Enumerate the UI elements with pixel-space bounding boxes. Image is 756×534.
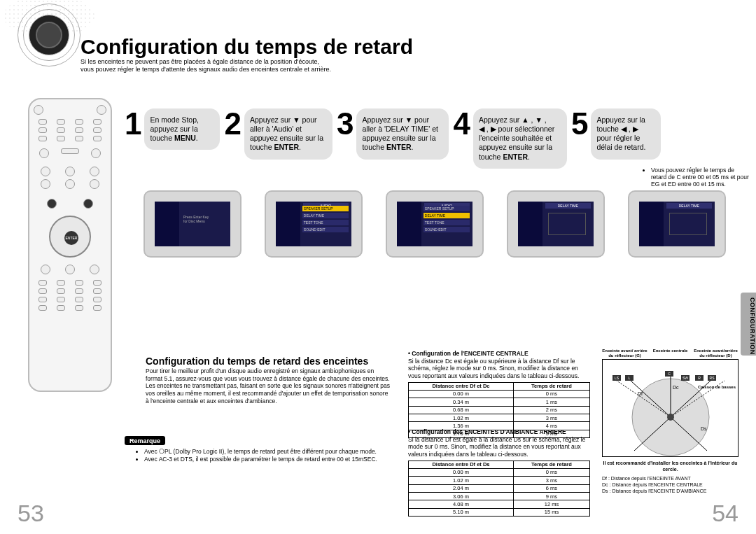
speaker-r-icon: R: [695, 375, 704, 381]
remote-control-illustration: ENTER: [28, 98, 112, 392]
surround-config: • Configuration des ENCEINTES D'AMBIANCE…: [408, 428, 590, 517]
diagram-legend: Df : Distance depuis l'ENCEINTE AVANT Dc…: [602, 475, 738, 494]
step-1-number: 1: [125, 108, 141, 139]
step-2: 2 Appuyez sur ▼ pour aller à 'Audio' et …: [224, 108, 336, 169]
speaker-sw-icon: SW: [681, 375, 690, 381]
screen-5-title: DELAY TIME: [666, 203, 712, 209]
step-2-number: 2: [224, 108, 241, 139]
step-3-enter: ENTER: [386, 143, 412, 151]
step-2-l1b: pour: [300, 115, 317, 124]
section-body: Pour tirer le meilleur profit d'un disqu…: [146, 367, 391, 405]
remarque-item-1: Avec ⎔PL (Dolby Pro Logic II), le temps …: [144, 448, 391, 456]
step-5: 5 Appuyez sur la touche ◀ , ▶ pour régle…: [571, 108, 665, 169]
step-2-l1a: Appuyez sur: [250, 115, 293, 124]
step-4-l5a: touche: [479, 153, 503, 161]
legend-dc: Dc : Distance depuis l'ENCEINTE CENTRALE: [602, 482, 738, 488]
step-2-l2: aller à 'Audio' et: [250, 125, 302, 133]
arrows-icon: ◀ , ▶: [621, 125, 638, 133]
center-config-body: Si la distance Dc est égale ou supérieur…: [408, 358, 590, 380]
step-4-number: 4: [453, 108, 470, 139]
legend-df: Df : Distance depuis l'ENCEINTE AVANT: [602, 475, 738, 482]
step-3-l1b: pour: [412, 115, 429, 124]
step-5-note: Vous pouvez régler le temps de retard de…: [644, 167, 749, 188]
step-2-enter: ENTER: [274, 143, 299, 151]
step-3-l2: aller à 'DELAY TIME' et: [362, 125, 438, 133]
step-5-l2a: touche: [596, 125, 620, 133]
arrows-icon: ▲ , ▼ ,: [522, 115, 546, 124]
diagram-caption: Il est recommandé d'installer les encein…: [602, 461, 738, 472]
speaker-layout-diagram: Enceinte avant/ arrière du réflecteur (G…: [602, 349, 738, 494]
step-1-menu: MENU: [174, 134, 196, 142]
diag-label-left: Enceinte avant/ arrière du réflecteur (G…: [602, 349, 648, 358]
step-4-l4: appuyez ensuite sur la: [479, 143, 552, 151]
step-1-line-3b: .: [196, 134, 198, 142]
surround-config-body: Si la distance Df est égale à la distanc…: [408, 436, 590, 458]
step-3-l3: appuyez ensuite sur la: [362, 134, 435, 142]
step-2-l4b: .: [299, 143, 301, 151]
step-1-line-3a: touche: [150, 134, 174, 142]
step-4-l3: l'enceinte souhaitée et: [479, 134, 552, 142]
speaker-rs-icon: RS: [708, 375, 716, 381]
step-2-l4a: touche: [250, 143, 274, 151]
step-1: 1 En mode Stop, appuyez sur la touche ME…: [125, 108, 224, 169]
diag-label-center: Enceinte centrale: [648, 349, 693, 358]
speaker-c-icon: C: [665, 371, 673, 377]
section-title: Configuration du temps de retard des enc…: [146, 356, 368, 367]
step-5-number: 5: [571, 108, 588, 139]
step-3-number: 3: [337, 108, 354, 139]
screen-1: Press Enter Key for Disc Menu: [144, 190, 241, 258]
speaker-l-icon: L: [625, 375, 634, 381]
step-5-l1: Appuyez sur la: [596, 115, 645, 124]
step-4-l5b: .: [528, 153, 530, 161]
remote-enter-button: ENTER: [64, 231, 78, 245]
page-number-left: 53: [18, 500, 44, 527]
label-ds: Ds: [701, 426, 707, 431]
remarque-item-2: Avec AC-3 et DTS, il est possible de par…: [144, 456, 391, 463]
page-subtitle: Si les enceintes ne peuvent pas être pla…: [80, 58, 331, 73]
screen-3: AUDIO SPEAKER SETUP DELAY TIME TEST TONE…: [386, 190, 484, 258]
step-3-l4a: touche: [362, 143, 386, 151]
step-4-enter: ENTER: [503, 153, 528, 161]
screens-row: Press Enter Key for Disc Menu AUDIO SPEA…: [144, 190, 743, 258]
steps-row: 1 En mode Stop, appuyez sur la touche ME…: [125, 108, 742, 169]
label-df: Df: [638, 391, 643, 396]
page-number-right: 54: [712, 500, 738, 527]
remarque-block: Remarque Avec ⎔PL (Dolby Pro Logic II), …: [125, 436, 391, 463]
step-3: 3 Appuyez sur ▼ pour aller à 'DELAY TIME…: [337, 108, 453, 169]
legend-ds: Ds : Distance depuis l'ENCEINTE D'AMBIAN…: [602, 488, 738, 494]
diag-label-right: Enceinte avant/arrière du réflecteur (D): [693, 349, 738, 358]
step-3-l1a: Appuyez sur: [362, 115, 405, 124]
down-arrow-icon: ▼: [293, 115, 300, 124]
screen-1-text-2: for Disc Menu: [183, 219, 209, 223]
step-4: 4 Appuyez sur ▲ , ▼ , ◀ , ▶ pour sélecti…: [453, 108, 570, 169]
screen-4: DELAY TIME: [507, 190, 605, 258]
step-4-l1a: Appuyez sur: [479, 115, 522, 124]
label-caisson: Caisson de basses: [698, 385, 736, 389]
step-3-l4b: .: [412, 143, 414, 151]
surround-config-heading: • Configuration des ENCEINTES D'AMBIANCE…: [408, 428, 590, 436]
step-1-line-2: appuyez sur la: [150, 125, 197, 133]
step-2-l3: appuyez ensuite sur la: [250, 134, 323, 142]
remote-dpad: ENTER: [49, 216, 91, 258]
subtitle-line-2: vous pouvez régler le temps d'attente de…: [80, 66, 331, 73]
speaker-graphic-icon: [18, 3, 80, 66]
speaker-ls-icon: LS: [612, 375, 621, 381]
side-tab-configuration: CONFIGURATION: [741, 293, 756, 356]
step-4-l2b: pour sélectionner: [496, 125, 554, 133]
svg-point-8: [667, 414, 674, 421]
down-arrow-icon: ▼: [405, 115, 412, 124]
subtitle-line-1: Si les enceintes ne peuvent pas être pla…: [80, 58, 319, 65]
screen-2: AUDIO SPEAKER SETUP DELAY TIME TEST TONE…: [265, 190, 363, 258]
screen-4-title: DELAY TIME: [545, 203, 591, 209]
step-5-l3: pour régler le: [596, 134, 640, 142]
label-dc: Dc: [673, 385, 679, 390]
center-config: • Configuration de l'ENCEINTE CENTRALE S…: [408, 350, 590, 438]
arrows-icon: ◀ , ▶: [479, 125, 496, 133]
step-1-line-1: En mode Stop,: [150, 115, 198, 124]
screen-5: DELAY TIME: [628, 190, 726, 258]
center-config-heading: • Configuration de l'ENCEINTE CENTRALE: [408, 350, 590, 358]
page-title: Configuration du temps de retard: [80, 35, 413, 59]
remarque-label: Remarque: [125, 436, 165, 445]
surround-config-table: Distance entre Df et DsTemps de retard 0…: [408, 461, 590, 517]
step-5-l4: délai de retard.: [596, 143, 645, 151]
